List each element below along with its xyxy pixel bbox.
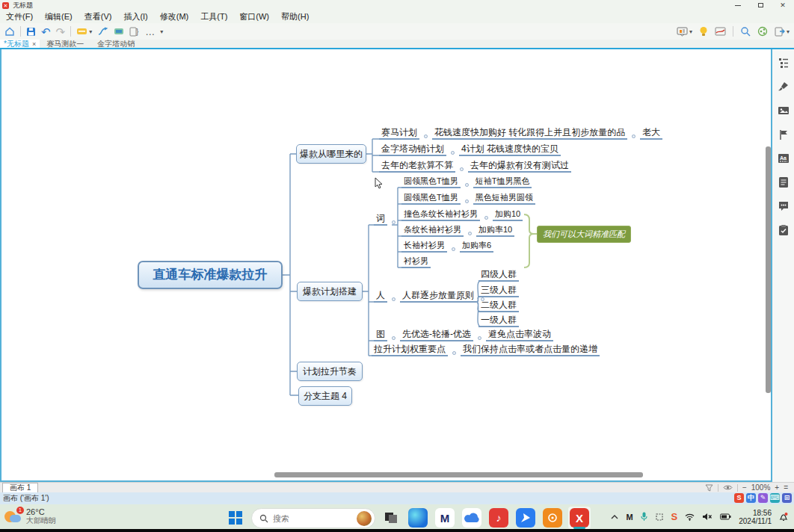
search-highlight-image[interactable] [357,511,372,526]
subtopic[interactable]: 加购率10 [476,224,514,237]
taskbar-app-m[interactable]: M [434,507,456,529]
tray-mic-icon[interactable] [641,512,647,522]
subtopic[interactable]: 我们保持点击率或者点击量的递增 [461,344,600,356]
font-icon[interactable]: Aa [778,152,790,164]
comment-icon[interactable] [778,200,790,212]
taskbar-app-camera[interactable] [541,507,564,529]
tray-snip-icon[interactable] [655,513,664,522]
menu-tools[interactable]: 工具(T) [194,11,233,22]
subtopic[interactable]: 花钱速度快加购好 转化跟得上并且初步放量的品 [432,127,627,140]
horizontal-scrollbar[interactable] [274,472,643,477]
menu-view[interactable]: 查看(V) [79,11,118,22]
subtopic[interactable]: 三级人群 [478,285,519,297]
taskbar-search[interactable] [251,508,375,528]
tray-chevron-icon[interactable] [611,515,618,519]
ime-pen-icon[interactable]: ✎ [758,493,768,503]
zoom-out-button[interactable]: − [742,483,747,492]
canvas-tab[interactable]: 画布 1 [2,483,38,492]
collapse-dot[interactable] [452,247,455,251]
subtopic[interactable]: 圆领黑色T恤男 [401,192,461,205]
collapse-dot[interactable] [465,183,469,187]
more-caret-icon[interactable]: ▾ [160,28,163,35]
zoom-in-button[interactable]: + [775,483,779,492]
search-icon[interactable] [740,26,751,37]
collapse-dot[interactable] [424,134,428,138]
tab-untitled[interactable]: *无标题 × [0,40,40,48]
subtopic[interactable]: 条纹长袖衬衫男 [401,224,464,237]
green-callout[interactable]: 我们可以大词精准匹配 [537,226,631,243]
weather-widget[interactable]: 1 26°C 大部晴朗 [4,507,56,525]
subtopic[interactable]: 圆领黑色T恤男 [401,176,461,188]
vertical-scrollbar[interactable] [766,146,771,393]
volume-muted-icon[interactable] [702,513,713,521]
collapse-dot[interactable] [478,336,481,340]
subtopic[interactable]: 长袖衬衫男 [401,240,447,253]
collapse-dot[interactable] [465,200,469,203]
menu-modify[interactable]: 修改(M) [154,11,195,22]
subtopic[interactable]: 加购10 [493,208,523,221]
tab-saima[interactable]: 赛马测款一 [40,40,90,48]
search-input[interactable] [273,514,345,523]
maximize-button[interactable] [749,0,772,10]
notification-bell-icon[interactable] [779,512,788,522]
sogou-logo-icon[interactable]: S [734,493,744,503]
subtopic[interactable]: 撞色条纹长袖衬衫男 [401,208,480,221]
subtopic[interactable]: 赛马计划 [379,127,419,140]
taskbar-app-blue[interactable] [514,507,537,529]
walkthrough-icon[interactable] [715,27,726,36]
collapse-dot[interactable] [451,151,455,155]
mindmap-canvas[interactable]: 直通车标准爆款拉升 爆款从哪里来的 爆款计划搭建 计划拉升节奏 分支主题 4 赛… [0,49,772,482]
topic-where-from[interactable]: 爆款从哪里来的 [296,144,366,164]
taskbar-app-mindmap-active[interactable]: X [568,507,591,529]
menu-file[interactable]: 文件(F) [0,11,39,22]
subtopic[interactable]: 拉升计划权重要点 [372,344,448,356]
home-icon[interactable] [4,26,15,37]
wifi-icon[interactable] [685,513,695,521]
ime-keyboard-icon[interactable]: ⌨ [770,493,780,503]
tab-close-icon[interactable]: × [32,40,36,48]
ime-chinese-icon[interactable]: 中 [746,493,756,503]
taskbar-app-music[interactable]: ♪ [487,507,510,529]
relationship-icon[interactable] [97,27,108,36]
tray-clock[interactable]: 18:56 2024/11/1 [739,509,772,525]
tray-sogou-icon[interactable]: S [671,511,678,522]
menu-insert[interactable]: 插入(I) [117,11,153,22]
task-view-button[interactable] [380,507,402,529]
subtopic[interactable]: 金字塔动销计划 [379,143,446,156]
ime-toolbox-icon[interactable]: ⊞ [782,493,792,503]
image-icon[interactable] [778,105,790,117]
subtopic[interactable]: 老大 [640,127,662,140]
filter-icon[interactable] [705,484,713,492]
eye-icon[interactable] [723,484,733,491]
topic-branch-4[interactable]: 分支主题 4 [298,386,352,406]
collapse-dot[interactable] [468,232,472,235]
subtopic[interactable]: 一级人群 [478,315,519,327]
zoom-fit-button[interactable]: = [784,483,788,492]
undo-icon[interactable]: ↶ [41,27,51,37]
presentation-icon[interactable]: ▾ [677,27,692,37]
task-icon[interactable] [778,224,790,236]
subtopic[interactable]: 图 [374,329,387,341]
subtopic[interactable]: 二级人群 [478,300,519,312]
theme-icon[interactable]: ▾ [76,27,92,36]
menu-edit[interactable]: 编辑(E) [39,11,79,22]
tray-m-icon[interactable]: M [626,513,633,522]
minimize-button[interactable] [727,0,749,10]
topic-plan-rhythm[interactable]: 计划拉升节奏 [297,362,363,381]
subtopic[interactable]: 去年的爆款有没有测试过 [468,160,571,173]
subtopic[interactable]: 人 [374,290,387,303]
central-topic[interactable]: 直通车标准爆款拉升 [138,261,283,289]
subtopic[interactable]: 四级人群 [478,269,519,282]
flag-icon[interactable] [778,129,790,140]
collapse-dot[interactable] [484,216,488,220]
redo-icon[interactable]: ↷ [56,27,66,37]
subtopic[interactable]: 词 [374,213,387,226]
collapse-dot[interactable] [460,167,464,171]
save-icon[interactable] [26,27,36,37]
subtopic[interactable]: 短袖T恤男黑色 [473,176,532,188]
menu-window[interactable]: 窗口(W) [233,11,275,22]
close-button[interactable]: ✕ [772,0,794,10]
collapse-dot[interactable] [392,297,396,301]
subtopic[interactable]: 衬衫男 [401,256,431,268]
battery-icon[interactable] [720,513,731,520]
